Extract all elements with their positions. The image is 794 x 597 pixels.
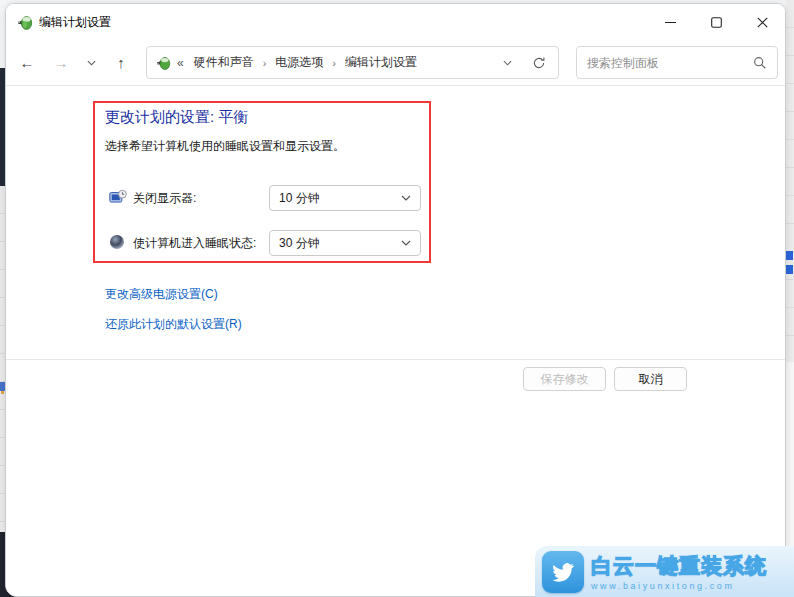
sleep-icon (109, 234, 127, 251)
minimize-button[interactable] (647, 4, 693, 40)
sleep-setting-row: 使计算机进入睡眠状态: 30 分钟 (105, 230, 435, 256)
chevron-down-icon (401, 240, 420, 246)
power-plug-icon (16, 14, 33, 31)
background-window-selection-mark (786, 265, 793, 274)
page-title: 更改计划的设置: 平衡 (105, 108, 248, 127)
search-icon[interactable] (753, 56, 767, 70)
address-bar[interactable]: « 硬件和声音 › 电源选项 › 编辑计划设置 (146, 46, 559, 79)
breadcrumb-separator: › (256, 57, 274, 69)
display-off-setting-row: 关闭显示器: 10 分钟 (105, 185, 435, 211)
footer-divider (6, 359, 785, 360)
watermark-url: www.baiyunxitong.com (591, 581, 767, 591)
close-button[interactable] (739, 4, 785, 40)
watermark-title: 白云一键重装系统 (591, 552, 767, 580)
display-off-value: 10 分钟 (270, 190, 401, 207)
page-subtitle: 选择希望计算机使用的睡眠设置和显示设置。 (105, 138, 345, 155)
search-box (576, 46, 778, 79)
bird-icon (542, 551, 584, 593)
breadcrumb-power-options[interactable]: 电源选项 (273, 54, 325, 71)
window-title: 编辑计划设置 (39, 4, 111, 40)
background-window-right-edge (786, 0, 794, 362)
display-off-label: 关闭显示器: (133, 185, 196, 211)
sleep-select[interactable]: 30 分钟 (269, 230, 421, 256)
up-icon[interactable]: ↑ (109, 40, 133, 85)
background-window-text-fragment (1, 391, 4, 394)
background-window-selection-mark (786, 251, 793, 260)
titlebar[interactable]: 编辑计划设置 (6, 4, 785, 40)
breadcrumb-edit-plan-settings[interactable]: 编辑计划设置 (343, 54, 419, 71)
navigation-bar: ← → ↑ « 硬件和声音 › 电源选项 › 编辑计划设置 (6, 40, 785, 86)
watermark-logo: 白云一键重装系统 www.baiyunxitong.com (535, 546, 794, 597)
back-icon[interactable]: ← (15, 40, 39, 85)
sleep-label: 使计算机进入睡眠状态: (133, 230, 256, 256)
breadcrumb-separator: › (325, 57, 343, 69)
chevron-down-icon (401, 195, 420, 201)
restore-default-settings-link[interactable]: 还原此计划的默认设置(R) (105, 316, 242, 333)
history-chevron-down-icon[interactable] (83, 40, 99, 85)
sleep-value: 30 分钟 (270, 235, 401, 252)
forward-icon[interactable]: → (49, 40, 73, 85)
power-plug-icon (155, 55, 171, 71)
maximize-button[interactable] (693, 4, 739, 40)
breadcrumb-collapse[interactable]: « (177, 56, 184, 70)
display-timeout-icon (109, 189, 127, 206)
content-area: 更改计划的设置: 平衡 选择希望计算机使用的睡眠设置和显示设置。 关闭显示器: … (6, 86, 785, 596)
cancel-button[interactable]: 取消 (614, 367, 687, 391)
edit-plan-settings-window: 编辑计划设置 ← → ↑ (5, 3, 786, 597)
change-advanced-power-settings-link[interactable]: 更改高级电源设置(C) (105, 286, 218, 303)
display-off-select[interactable]: 10 分钟 (269, 185, 421, 211)
address-chevron-down-icon[interactable] (489, 60, 526, 66)
breadcrumb-hardware-sound[interactable]: 硬件和声音 (192, 54, 256, 71)
refresh-icon[interactable] (526, 56, 558, 70)
save-changes-button[interactable]: 保存修改 (523, 367, 606, 391)
search-input[interactable] (577, 56, 753, 70)
